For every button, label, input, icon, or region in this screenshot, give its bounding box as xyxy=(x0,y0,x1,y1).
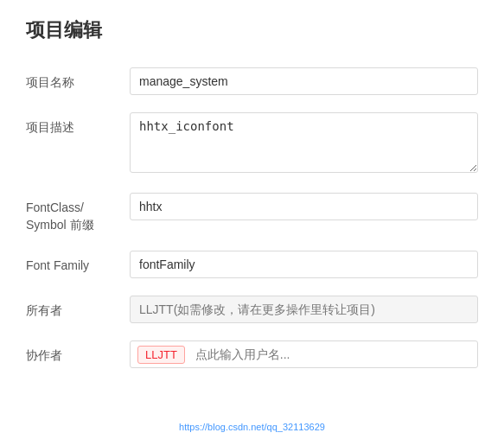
watermark: https://blog.csdn.net/qq_32113629 xyxy=(179,422,325,432)
page-title: 项目编辑 xyxy=(26,17,478,43)
project-name-input[interactable] xyxy=(130,67,478,95)
collaborator-label: 协作者 xyxy=(26,340,130,365)
project-desc-field: hhtx_iconfont xyxy=(130,112,478,175)
project-desc-label: 项目描述 xyxy=(26,112,130,137)
font-family-row: Font Family xyxy=(26,251,478,278)
project-name-row: 项目名称 xyxy=(26,67,478,95)
font-class-label: FontClass/ Symbol 前缀 xyxy=(26,193,130,233)
font-family-label: Font Family xyxy=(26,251,130,275)
collaborator-field: LLJTT xyxy=(130,340,478,368)
owner-field xyxy=(130,296,478,323)
collaborator-tag: LLJTT xyxy=(137,346,185,364)
project-desc-row: 项目描述 hhtx_iconfont xyxy=(26,112,478,175)
project-name-label: 项目名称 xyxy=(26,67,130,92)
font-class-input[interactable] xyxy=(130,193,478,220)
collaborator-row: 协作者 LLJTT xyxy=(26,340,478,368)
font-class-row: FontClass/ Symbol 前缀 xyxy=(26,193,478,233)
owner-label: 所有者 xyxy=(26,296,130,320)
font-class-field xyxy=(130,193,478,220)
font-family-field xyxy=(130,251,478,278)
project-name-field xyxy=(130,67,478,95)
font-family-input[interactable] xyxy=(130,251,478,278)
owner-input xyxy=(130,296,478,323)
project-desc-input[interactable]: hhtx_iconfont xyxy=(130,112,478,173)
collaborator-input[interactable] xyxy=(192,345,470,364)
owner-row: 所有者 xyxy=(26,296,478,323)
